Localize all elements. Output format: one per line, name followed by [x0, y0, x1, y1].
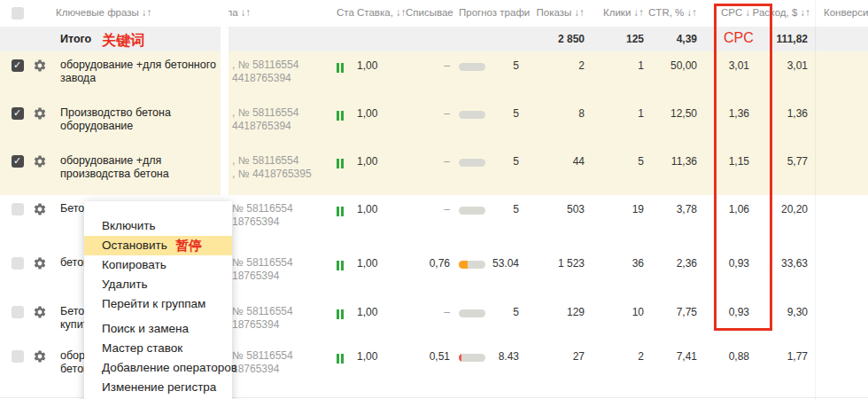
traffic-volume-bar	[459, 261, 485, 269]
column-separator-line	[815, 0, 816, 399]
menu-item[interactable]: Мастер ставок	[84, 339, 232, 358]
ctr-value: 2,36	[648, 257, 697, 270]
col-shows[interactable]: Показы ↓↑	[524, 7, 585, 18]
status-active-icon	[337, 204, 347, 215]
gear-icon[interactable]	[33, 59, 47, 73]
writeoff-value: 0,51	[399, 350, 450, 363]
gear-icon[interactable]	[33, 106, 47, 121]
forecast-value: 8.43	[485, 350, 519, 363]
clicks-value: 36	[595, 257, 644, 270]
clicks-value: 5	[595, 155, 644, 168]
keyword-phrase[interactable]: оборудование +для производства бетона	[60, 154, 220, 181]
context-menu: ВключитьОстановить暂停КопироватьУдалитьПер…	[84, 201, 232, 399]
clicks-value: 1	[595, 107, 644, 120]
menu-item-label: Остановить	[102, 239, 167, 252]
shows-value: 503	[530, 203, 585, 215]
menu-item[interactable]: Включить	[84, 216, 232, 236]
bid-value[interactable]: 1,00	[357, 107, 377, 120]
col-conversions[interactable]: Конверси	[824, 7, 868, 18]
status-active-icon	[337, 156, 347, 167]
row-checkbox[interactable]	[12, 59, 24, 72]
traffic-volume-bar	[459, 354, 485, 362]
ctr-value: 12,50	[648, 107, 697, 120]
traffic-volume-bar	[459, 309, 485, 317]
forecast-value: 53.04	[485, 257, 519, 270]
menu-item[interactable]: Поиск и замена	[84, 319, 232, 339]
menu-item[interactable]: Добавление операторов	[84, 358, 232, 378]
ctr-value: 50,00	[648, 59, 697, 72]
ctr-value: 11,36	[648, 155, 697, 168]
col-writeoff[interactable]: Списывае	[406, 7, 453, 18]
group-ids: № 58116554 18765394	[232, 305, 337, 332]
clicks-value: 1	[595, 59, 644, 72]
menu-item-label: Включить	[102, 219, 156, 232]
keyword-phrase[interactable]: Производство бетона оборудование	[60, 106, 220, 133]
menu-item-label: Добавление операторов	[102, 361, 237, 374]
shows-value: 44	[530, 155, 585, 168]
cost-value: 1,77	[753, 350, 808, 363]
bid-value[interactable]: 1,00	[357, 59, 377, 72]
col-forecast[interactable]: Прогноз трафи	[459, 7, 530, 18]
ctr-value: 3,78	[648, 203, 697, 215]
writeoff-value: –	[399, 203, 450, 215]
col-ctr[interactable]: CTR, % ↓↑	[635, 7, 697, 18]
col-group[interactable]: па ↓↑	[227, 7, 251, 18]
bid-value[interactable]: 1,00	[357, 155, 377, 168]
gear-icon[interactable]	[33, 256, 47, 270]
row-checkbox[interactable]	[12, 257, 24, 270]
shows-value: 2	[530, 59, 585, 72]
keyword-phrase[interactable]: оборудование +для бетонного завода	[60, 59, 220, 85]
gear-icon[interactable]	[33, 349, 47, 364]
bid-value[interactable]: 1,00	[357, 257, 377, 270]
context-menu-list: ВключитьОстановить暂停КопироватьУдалитьПер…	[84, 216, 232, 397]
traffic-volume-bar	[459, 207, 485, 215]
writeoff-value: 0,76	[399, 257, 450, 270]
traffic-volume-bar	[459, 111, 485, 119]
col-keyword[interactable]: Ключевые фразы ↓↑	[56, 7, 152, 18]
shows-value: 8	[530, 107, 585, 120]
forecast-value: 5	[485, 59, 519, 72]
status-active-icon	[337, 307, 347, 317]
clicks-value: 2	[595, 350, 644, 363]
forecast-value: 5	[485, 107, 519, 120]
shows-value: 27	[530, 350, 585, 363]
row-checkbox[interactable]	[12, 306, 24, 318]
group-ids: № 58116554 18765394	[232, 202, 337, 229]
status-active-icon	[337, 108, 347, 119]
menu-item[interactable]: Изменение регистра	[84, 378, 232, 397]
col-bid[interactable]: Ставка, ↓↑	[357, 7, 407, 18]
menu-item-label: Удалить	[102, 278, 148, 291]
bid-value[interactable]: 1,00	[357, 306, 377, 318]
menu-item[interactable]: Удалить	[84, 275, 232, 294]
group-ids: , № 58116554 4418765394	[232, 59, 337, 85]
writeoff-value: –	[399, 59, 450, 72]
gear-icon[interactable]	[33, 305, 47, 319]
cpc-column-highlight-box	[714, 4, 772, 331]
menu-item-label: Перейти к группам	[102, 297, 205, 310]
select-all-checkbox[interactable]	[12, 7, 24, 20]
row-checkbox[interactable]	[12, 203, 24, 215]
bid-value[interactable]: 1,00	[357, 203, 377, 215]
gear-icon[interactable]	[33, 154, 47, 168]
menu-item-label: Копировать	[102, 258, 167, 271]
status-active-icon	[337, 258, 347, 269]
group-ids: № 58116554 18765394	[232, 349, 337, 376]
gear-icon[interactable]	[33, 202, 47, 216]
menu-item[interactable]: Остановить暂停	[84, 236, 232, 255]
traffic-volume-bar	[459, 63, 485, 71]
pause-annotation-cn: 暂停	[175, 236, 202, 255]
writeoff-value: –	[399, 306, 450, 318]
writeoff-value: –	[399, 155, 450, 168]
row-checkbox[interactable]	[12, 350, 24, 363]
totals-clicks: 125	[595, 33, 644, 45]
ctr-value: 7,75	[648, 306, 697, 318]
group-ids: , № 58116554 , № 4418765395	[232, 154, 337, 181]
bid-value[interactable]: 1,00	[357, 350, 377, 363]
col-status[interactable]: Ста	[337, 7, 354, 18]
row-checkbox[interactable]	[12, 155, 24, 168]
shows-value: 129	[530, 306, 585, 318]
menu-item[interactable]: Перейти к группам	[84, 294, 232, 314]
menu-item[interactable]: Копировать	[84, 255, 232, 275]
row-checkbox[interactable]	[12, 107, 24, 120]
totals-label: Итого	[60, 33, 91, 45]
